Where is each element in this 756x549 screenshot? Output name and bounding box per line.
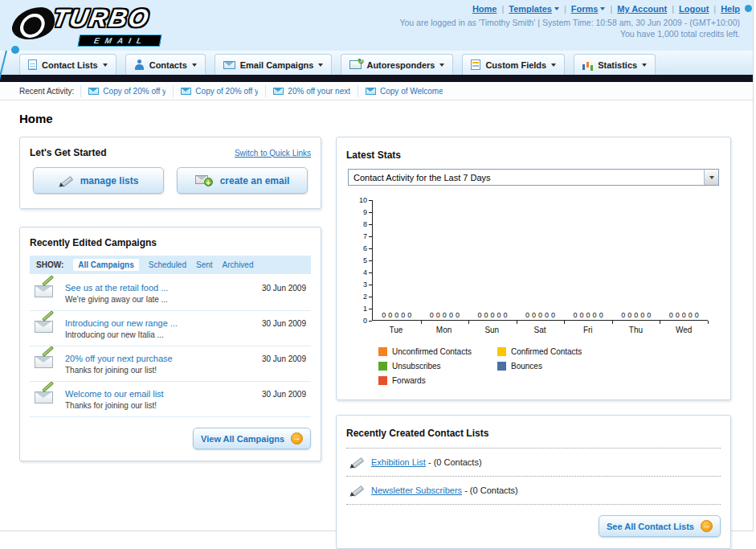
campaign-row: Introducing our new range ... Introducin… bbox=[30, 311, 311, 346]
page-title: Home bbox=[19, 112, 734, 125]
chart-groups: 00000000000000000000000000000000000 bbox=[372, 200, 708, 321]
contact-list-link[interactable]: Newsletter Subscribers bbox=[371, 485, 462, 495]
filter-all-campaigns[interactable]: All Campaigns bbox=[73, 259, 138, 271]
turbo-email-logo[interactable]: TURBO EMAIL bbox=[8, 2, 225, 49]
chart-ytick-label: 4 bbox=[363, 268, 372, 277]
chart-ytick-label: 2 bbox=[363, 293, 372, 301]
filter-sent[interactable]: Sent bbox=[196, 260, 213, 269]
chart-ytick-label: 6 bbox=[363, 244, 372, 252]
top-link-forms[interactable]: Forms bbox=[571, 4, 606, 14]
campaign-title-link[interactable]: See us at the retail food ... bbox=[65, 283, 254, 293]
chart-value-label: 0 bbox=[388, 311, 392, 319]
legend-item: Unconfirmed Contacts bbox=[378, 347, 497, 356]
tab-contacts[interactable]: Contacts bbox=[125, 54, 206, 75]
statistics-icon bbox=[582, 60, 593, 70]
chart-value-label: 0 bbox=[449, 311, 453, 319]
chart-value-label: 0 bbox=[503, 311, 507, 319]
chart-value-label: 0 bbox=[538, 311, 542, 319]
chart-value-label: 0 bbox=[695, 311, 699, 319]
tab-label: Contacts bbox=[149, 60, 187, 70]
filter-archived[interactable]: Archived bbox=[223, 260, 254, 269]
tab-email-campaigns[interactable]: Email Campaigns bbox=[215, 54, 333, 75]
contact-list-link[interactable]: Exhibition List bbox=[371, 457, 426, 467]
chart-legend: Unconfirmed ContactsConfirmed ContactsUn… bbox=[378, 347, 716, 385]
chart-value-label: 0 bbox=[574, 311, 578, 319]
recent-activity-item[interactable]: Copy of 20% off yo bbox=[80, 85, 173, 97]
header-right: Home Templates Forms My Account Logout H… bbox=[399, 4, 740, 39]
chart-value-label: 0 bbox=[676, 311, 680, 319]
chart-bar-group: 00000 bbox=[660, 200, 708, 320]
envelope-pencil-icon bbox=[35, 283, 57, 299]
envelope-pencil-icon bbox=[35, 389, 57, 405]
chart-value-label: 0 bbox=[689, 311, 693, 319]
top-link-home[interactable]: Home bbox=[472, 4, 497, 14]
campaign-title-link[interactable]: Welcome to our email list bbox=[65, 389, 254, 399]
top-link-my-account[interactable]: My Account bbox=[617, 4, 667, 14]
logo-title: TURBO bbox=[51, 4, 153, 33]
envelope-icon bbox=[273, 88, 284, 95]
chevron-down-icon bbox=[439, 64, 444, 67]
tab-label: Contact Lists bbox=[42, 60, 98, 70]
stats-period-value: Contact Activity for the Last 7 Days bbox=[349, 170, 704, 185]
campaign-title-link[interactable]: 20% off your next purchase bbox=[65, 354, 254, 363]
chart-x-label: Fri bbox=[564, 321, 612, 334]
arrow-right-icon bbox=[701, 520, 713, 532]
autoresponders-icon bbox=[349, 60, 362, 69]
campaign-subtitle: Thanks for joining our list! bbox=[65, 401, 254, 410]
pencil-icon bbox=[59, 174, 73, 187]
top-links: Home Templates Forms My Account Logout H… bbox=[399, 4, 740, 14]
contact-lists-title: Recently Created Contact Lists bbox=[346, 428, 488, 439]
filter-scheduled[interactable]: Scheduled bbox=[149, 260, 186, 269]
login-info: You are logged in as 'Timothy Smith' | S… bbox=[399, 18, 740, 27]
chart-ytick-label: 5 bbox=[363, 256, 372, 264]
contact-list-row: Exhibition List - (0 Contacts) bbox=[346, 449, 721, 477]
campaign-date: 30 Jun 2009 bbox=[262, 318, 306, 328]
legend-swatch bbox=[497, 347, 506, 356]
tab-contact-lists[interactable]: Contact Lists bbox=[19, 54, 116, 75]
chart-y-axis: 012345678910 bbox=[351, 200, 372, 321]
recent-activity-item[interactable]: Copy of Welcome to bbox=[358, 85, 450, 97]
chart-value-label: 0 bbox=[627, 311, 631, 319]
tab-statistics[interactable]: Statistics bbox=[574, 54, 656, 75]
envelope-pencil-icon bbox=[35, 318, 57, 334]
campaign-title-link[interactable]: Introducing our new range ... bbox=[65, 318, 254, 328]
view-all-campaigns-button[interactable]: View All Campaigns bbox=[193, 428, 311, 449]
chevron-down-icon bbox=[642, 64, 647, 67]
recent-activity-item[interactable]: Copy of 20% off yo bbox=[173, 85, 265, 97]
tab-label: Custom Fields bbox=[485, 60, 546, 70]
chart-value-label: 0 bbox=[532, 311, 536, 319]
chart-ytick-label: 9 bbox=[363, 208, 372, 216]
create-email-button[interactable]: + create an email bbox=[177, 167, 308, 194]
switch-to-quick-links[interactable]: Switch to Quick Links bbox=[235, 149, 311, 158]
chart-value-label: 0 bbox=[484, 311, 488, 319]
corner-dot-icon bbox=[745, 5, 752, 12]
chart-value-label: 0 bbox=[394, 311, 398, 319]
chart-ytick-label: 10 bbox=[359, 196, 372, 204]
chevron-down-icon bbox=[103, 64, 108, 67]
get-started-panel: Let's Get Started Switch to Quick Links … bbox=[19, 137, 321, 209]
chart-x-label: Wed bbox=[660, 321, 708, 334]
tab-custom-fields[interactable]: Custom Fields bbox=[462, 54, 565, 75]
recent-activity-item[interactable]: 20% off your next bbox=[265, 85, 358, 97]
top-link-logout[interactable]: Logout bbox=[679, 4, 709, 14]
nav-divider-bar bbox=[0, 75, 753, 82]
chart-value-label: 0 bbox=[490, 311, 494, 319]
chart-value-label: 0 bbox=[477, 311, 481, 319]
campaigns-panel: Recently Edited Campaigns SHOW: All Camp… bbox=[19, 227, 321, 461]
campaign-date: 30 Jun 2009 bbox=[262, 354, 306, 363]
latest-stats-title: Latest Stats bbox=[346, 150, 401, 161]
envelope-pencil-icon bbox=[35, 354, 57, 370]
contact-list-row: Newsletter Subscribers - (0 Contacts) bbox=[346, 477, 721, 505]
select-dropdown-arrow[interactable] bbox=[704, 170, 718, 185]
tab-label: Statistics bbox=[598, 60, 637, 70]
manage-lists-button[interactable]: manage lists bbox=[33, 167, 164, 194]
legend-label: Unconfirmed Contacts bbox=[392, 347, 472, 356]
stats-period-select[interactable]: Contact Activity for the Last 7 Days bbox=[348, 169, 719, 186]
tab-autoresponders[interactable]: Autoresponders bbox=[341, 54, 453, 75]
top-link-templates[interactable]: Templates bbox=[509, 4, 559, 14]
see-all-contact-lists-button[interactable]: See All Contact Lists bbox=[599, 515, 721, 537]
top-link-help[interactable]: Help bbox=[721, 4, 740, 14]
contact-list-count: - (0 Contacts) bbox=[426, 457, 482, 467]
custom-fields-icon bbox=[471, 59, 480, 70]
chart-x-labels: TueMonSunSatFriThuWed bbox=[372, 321, 708, 334]
